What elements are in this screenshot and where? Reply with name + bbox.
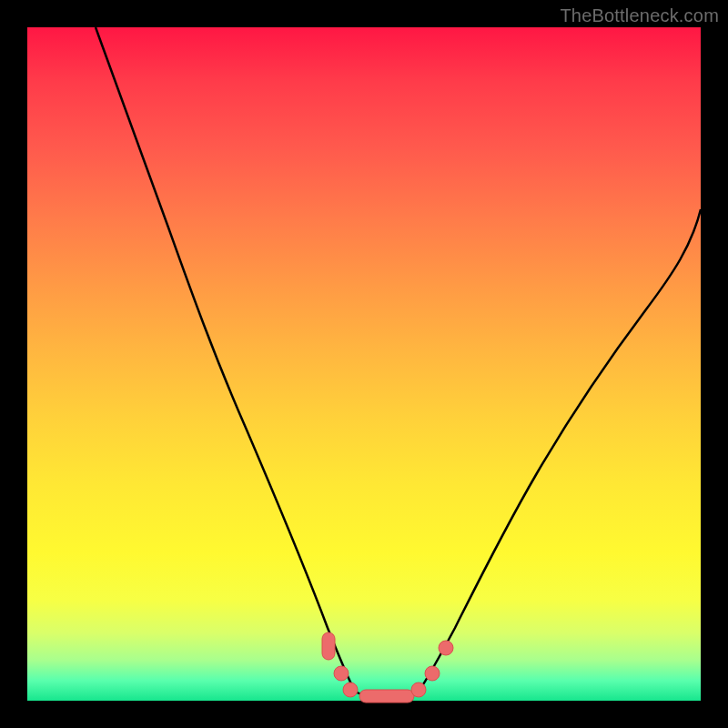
gradient-plot-area [27,27,701,701]
outer-frame: TheBottleneck.com [0,0,728,728]
watermark-text: TheBottleneck.com [560,5,719,26]
